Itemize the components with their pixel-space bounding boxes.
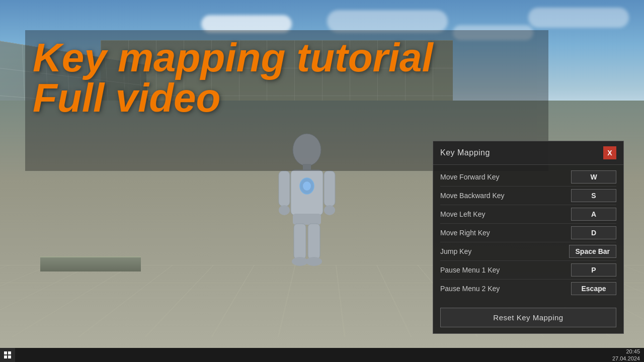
svg-point-4 xyxy=(303,182,311,191)
svg-point-8 xyxy=(324,205,335,215)
title-overlay: Key mapping tutorial Full video xyxy=(33,38,433,118)
taskbar: 20:45 27.04.2024 xyxy=(0,348,644,362)
key-label-move-left: Move Left Key xyxy=(440,210,571,218)
time: 20:45 xyxy=(612,348,640,355)
key-row-move-forward: Move Forward KeyW xyxy=(440,168,616,187)
svg-rect-11 xyxy=(308,224,320,259)
reset-button-row: Reset Key Mapping xyxy=(433,303,623,333)
key-row-move-right: Move Right KeyD xyxy=(440,224,616,242)
title-line2: Full video xyxy=(33,78,433,118)
key-value-jump[interactable]: Space Bar xyxy=(569,245,616,258)
cloud xyxy=(327,10,448,33)
svg-rect-6 xyxy=(324,171,335,206)
panel-title: Key Mapping xyxy=(440,148,490,157)
key-label-pause-menu-2: Pause Menu 2 Key xyxy=(440,285,571,293)
key-label-jump: Jump Key xyxy=(440,247,569,255)
svg-rect-5 xyxy=(279,171,290,206)
panel-header: Key Mapping X xyxy=(433,141,623,165)
key-value-pause-menu-2[interactable]: Escape xyxy=(571,282,616,295)
key-value-move-left[interactable]: A xyxy=(571,208,616,221)
svg-point-12 xyxy=(292,257,308,266)
date: 27.04.2024 xyxy=(612,355,640,362)
reset-key-mapping-button[interactable]: Reset Key Mapping xyxy=(440,308,616,327)
key-label-move-right: Move Right Key xyxy=(440,229,571,237)
key-label-move-backward: Move Backward Key xyxy=(440,192,571,200)
title-line1: Key mapping tutorial xyxy=(33,38,433,78)
start-button[interactable] xyxy=(0,348,15,362)
key-value-move-backward[interactable]: S xyxy=(571,189,616,202)
key-row-jump: Jump KeySpace Bar xyxy=(440,242,616,261)
taskbar-right: 20:45 27.04.2024 xyxy=(612,348,644,362)
windows-icon xyxy=(4,351,11,358)
svg-point-13 xyxy=(306,257,322,266)
key-row-move-backward: Move Backward KeyS xyxy=(440,187,616,205)
time-display: 20:45 27.04.2024 xyxy=(612,348,640,362)
close-button[interactable]: X xyxy=(603,146,616,159)
svg-rect-9 xyxy=(293,214,321,225)
key-value-move-forward[interactable]: W xyxy=(571,170,616,184)
key-row-move-left: Move Left KeyA xyxy=(440,205,616,224)
key-value-move-right[interactable]: D xyxy=(571,226,616,239)
key-mapping-panel: Key Mapping X Move Forward KeyWMove Back… xyxy=(433,141,624,334)
key-label-move-forward: Move Forward Key xyxy=(440,173,571,181)
cloud xyxy=(528,8,629,28)
key-row-pause-menu-2: Pause Menu 2 KeyEscape xyxy=(440,280,616,298)
key-row-pause-menu-1: Pause Menu 1 KeyP xyxy=(440,261,616,280)
key-label-pause-menu-1: Pause Menu 1 Key xyxy=(440,266,571,274)
svg-point-7 xyxy=(279,205,290,215)
key-value-pause-menu-1[interactable]: P xyxy=(571,263,616,277)
svg-rect-10 xyxy=(294,224,306,259)
platform xyxy=(40,256,141,272)
panel-body: Move Forward KeyWMove Backward KeySMove … xyxy=(433,165,623,303)
